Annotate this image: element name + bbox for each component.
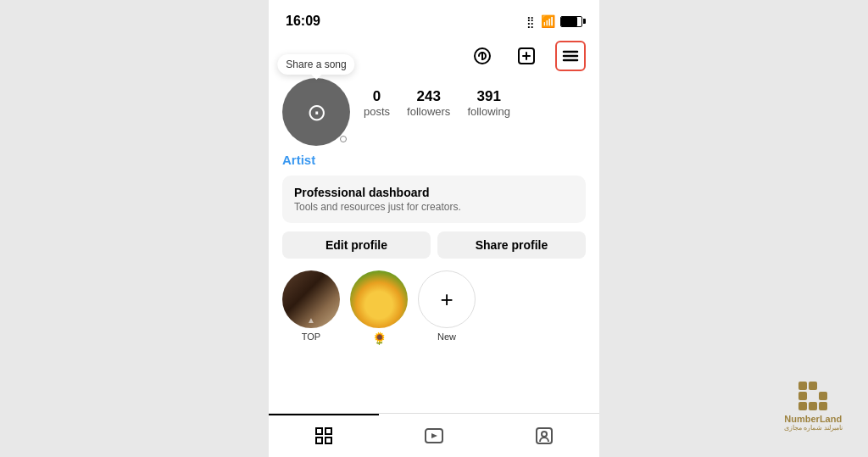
threads-button[interactable] [467, 41, 498, 71]
logo-text: NumberLand [784, 414, 842, 424]
story-label-new: New [437, 332, 456, 342]
svg-rect-8 [326, 428, 331, 434]
action-buttons: Edit profile Share profile [282, 231, 586, 259]
bottom-tabs [269, 413, 599, 457]
plus-icon: + [440, 287, 453, 313]
menu-button[interactable] [555, 41, 586, 71]
avatar-container: Share a song ⊙ [282, 78, 350, 146]
pro-dashboard-subtitle: Tools and resources just for creators. [294, 201, 574, 213]
tab-tagged[interactable] [489, 414, 599, 457]
status-time: 16:09 [286, 14, 320, 29]
logo-grid-icon [798, 382, 827, 410]
svg-marker-12 [431, 433, 437, 438]
followers-stat[interactable]: 243 followers [407, 88, 450, 118]
phone-screen: 16:09 ⣿ 📶 [269, 0, 599, 457]
posts-label: posts [364, 105, 390, 118]
story-label-top: TOP [302, 332, 320, 342]
status-icons: ⣿ 📶 [526, 14, 582, 28]
tab-video[interactable] [379, 414, 489, 457]
signal-icon: ⣿ [526, 15, 536, 28]
followers-count: 243 [417, 88, 441, 105]
wifi-icon: 📶 [541, 14, 555, 28]
username[interactable]: Artist [282, 153, 586, 167]
share-profile-button[interactable]: Share profile [437, 231, 586, 259]
posts-count: 0 [373, 88, 381, 105]
threads-icon [472, 46, 492, 66]
stats-row: 0 posts 243 followers 391 following [364, 88, 510, 118]
svg-rect-9 [316, 437, 322, 443]
posts-stat: 0 posts [364, 88, 390, 118]
story-item-top[interactable]: TOP [282, 270, 340, 345]
story-item-sunflower[interactable]: 🌻 [350, 270, 408, 345]
following-stat[interactable]: 391 following [467, 88, 510, 118]
profile-top: Share a song ⊙ 0 posts 243 follower [282, 78, 586, 146]
avatar[interactable]: ⊙ [282, 78, 350, 146]
story-thumbnail-top [282, 270, 340, 328]
svg-rect-10 [326, 437, 331, 443]
stories-row: TOP 🌻 + New [282, 270, 586, 352]
tab-grid[interactable] [269, 414, 379, 457]
story-circle-new[interactable]: + [418, 270, 476, 328]
add-icon [516, 46, 537, 66]
following-label: following [467, 105, 510, 118]
status-bar: 16:09 ⣿ 📶 [269, 0, 599, 37]
add-button[interactable] [511, 41, 542, 71]
story-item-new[interactable]: + New [418, 270, 476, 345]
menu-icon [560, 46, 581, 66]
grid-icon [314, 426, 334, 446]
share-song-label: Share a song [286, 59, 346, 70]
logo-subtext: نامبرلند شماره مجازی [784, 424, 843, 432]
story-thumbnail-sunflower [350, 270, 408, 328]
video-icon [424, 426, 444, 446]
camera-icon: ⊙ [307, 98, 326, 126]
svg-rect-7 [316, 428, 322, 434]
pro-dashboard[interactable]: Professional dashboard Tools and resourc… [282, 176, 586, 223]
story-label-sunflower: 🌻 [372, 332, 387, 345]
story-circle-sunflower[interactable] [350, 270, 408, 328]
profile-section: Share a song ⊙ 0 posts 243 follower [269, 78, 599, 362]
share-song-bubble[interactable]: Share a song [277, 54, 354, 75]
svg-point-14 [542, 432, 547, 437]
pro-dashboard-title: Professional dashboard [294, 186, 574, 199]
music-note-dot [340, 136, 347, 142]
tagged-icon [534, 426, 554, 446]
followers-label: followers [407, 105, 450, 118]
edit-profile-button[interactable]: Edit profile [282, 231, 431, 259]
battery-icon [560, 16, 582, 27]
numberland-watermark: NumberLand نامبرلند شماره مجازی [784, 382, 843, 432]
following-count: 391 [476, 88, 500, 105]
story-circle-top[interactable] [282, 270, 340, 328]
